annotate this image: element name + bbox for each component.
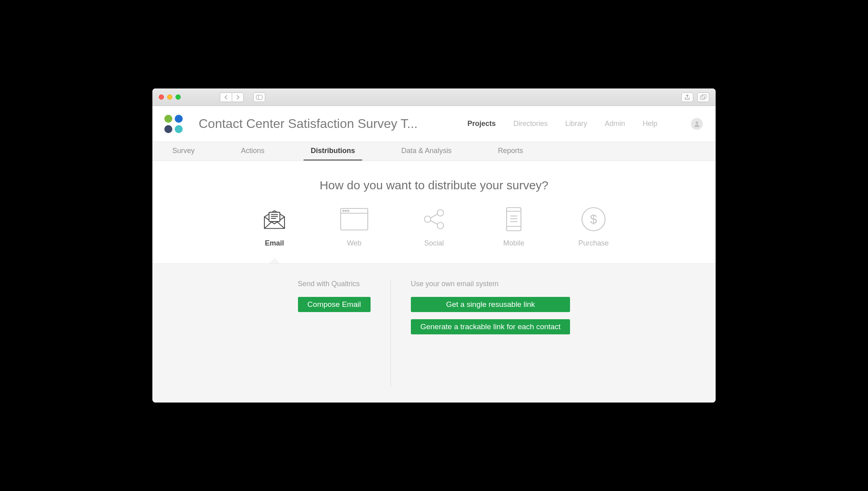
email-options-panel: Send with Qualtrics Compose Email Use yo… (152, 263, 716, 403)
nav-back-forward (220, 92, 244, 102)
browser-window: Contact Center Satisfaction Survey T... … (152, 88, 716, 403)
trackable-link-button[interactable]: Generate a trackable link for each conta… (411, 319, 570, 334)
channel-social[interactable]: Social (414, 206, 454, 247)
qualtrics-logo[interactable] (164, 115, 183, 133)
channel-web[interactable]: Web (334, 206, 374, 247)
own-email-column: Use your own email system Get a single r… (391, 280, 590, 387)
tab-actions[interactable]: Actions (234, 142, 272, 161)
tab-survey[interactable]: Survey (165, 142, 202, 161)
send-with-qualtrics-column: Send with Qualtrics Compose Email (278, 280, 391, 387)
nav-projects[interactable]: Projects (468, 120, 496, 128)
browser-window-icon (339, 206, 369, 232)
share-button[interactable] (681, 92, 693, 102)
sidebar-toggle-button[interactable] (253, 92, 265, 102)
svg-rect-0 (256, 95, 262, 99)
forward-button[interactable] (232, 92, 244, 102)
channel-label: Purchase (578, 239, 609, 247)
channel-mobile[interactable]: Mobile (494, 206, 534, 247)
email-icon (260, 206, 289, 232)
svg-rect-9 (341, 208, 368, 230)
user-avatar[interactable] (691, 118, 703, 130)
project-tabs: Survey Actions Distributions Data & Anal… (152, 142, 716, 161)
window-close-button[interactable] (159, 94, 164, 100)
channel-label: Mobile (503, 239, 524, 247)
svg-point-14 (437, 210, 444, 216)
svg-text:$: $ (590, 212, 597, 226)
channel-label: Web (347, 239, 362, 247)
distribution-question: How do you want to distribute your surve… (152, 161, 716, 206)
column-heading: Send with Qualtrics (298, 280, 371, 288)
dollar-circle-icon: $ (579, 206, 608, 232)
reusable-link-button[interactable]: Get a single resusable link (411, 297, 570, 312)
mobile-device-icon (499, 206, 529, 232)
tabs-button[interactable] (697, 92, 709, 102)
compose-email-button[interactable]: Compose Email (298, 297, 371, 312)
channel-email[interactable]: Email (254, 206, 294, 247)
svg-point-15 (424, 216, 431, 222)
svg-line-18 (430, 220, 438, 224)
back-button[interactable] (220, 92, 232, 102)
window-maximize-button[interactable] (176, 94, 181, 100)
svg-rect-2 (700, 96, 705, 100)
svg-point-11 (343, 210, 344, 211)
tab-reports[interactable]: Reports (491, 142, 530, 161)
svg-rect-3 (702, 95, 706, 98)
nav-help[interactable]: Help (643, 120, 657, 128)
channel-label: Email (265, 239, 284, 247)
tab-distributions[interactable]: Distributions (304, 142, 362, 161)
top-nav: Projects Directories Library Admin Help (468, 118, 703, 130)
channel-label: Social (424, 239, 444, 247)
distribution-channels: Email Web (152, 206, 716, 263)
nav-directories[interactable]: Directories (513, 120, 548, 128)
svg-point-12 (345, 210, 346, 211)
nav-admin[interactable]: Admin (605, 120, 625, 128)
window-minimize-button[interactable] (167, 94, 172, 100)
channel-purchase[interactable]: $ Purchase (574, 206, 614, 247)
nav-library[interactable]: Library (565, 120, 587, 128)
project-title: Contact Center Satisfaction Survey T... (199, 116, 418, 131)
svg-point-4 (696, 122, 698, 124)
column-heading: Use your own email system (411, 280, 570, 288)
traffic-lights (159, 94, 181, 100)
tab-data-analysis[interactable]: Data & Analysis (394, 142, 459, 161)
svg-line-17 (430, 214, 438, 218)
app-header: Contact Center Satisfaction Survey T... … (152, 106, 716, 142)
mac-titlebar (152, 88, 716, 106)
share-nodes-icon (419, 206, 449, 232)
svg-point-16 (437, 222, 444, 229)
svg-point-13 (347, 210, 349, 211)
